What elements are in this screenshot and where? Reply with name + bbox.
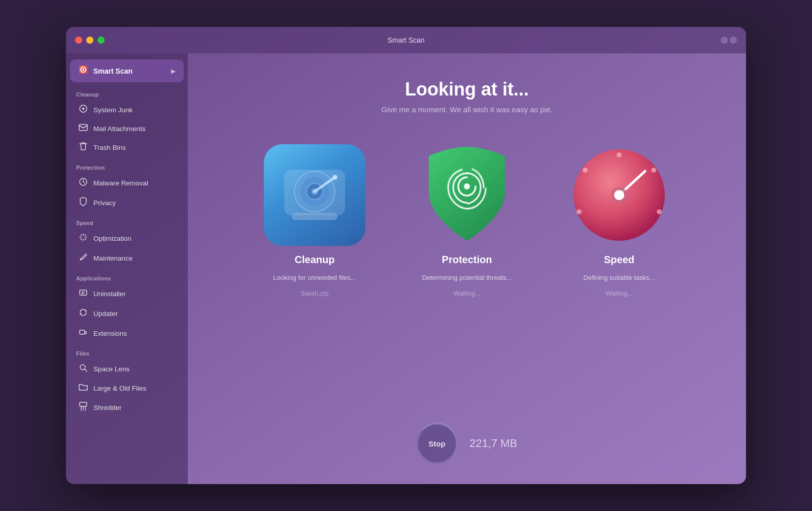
svg-point-20	[651, 168, 656, 173]
malware-removal-label: Malware Removal	[93, 179, 148, 187]
scan-size-label: 221,7 MB	[469, 437, 517, 450]
mail-attachments-label: Mail Attachments	[93, 125, 146, 133]
privacy-icon	[78, 197, 88, 208]
svg-rect-9	[80, 402, 87, 406]
cleanup-card-name: Cleanup	[295, 254, 335, 266]
protection-card: Protection Determining potential threats…	[401, 144, 533, 297]
main-content: Smart Scan ▶ Cleanup System Junk	[66, 53, 746, 484]
section-header-cleanup: Cleanup	[66, 84, 188, 100]
extensions-label: Extensions	[93, 330, 127, 337]
sidebar-item-malware-removal[interactable]: Malware Removal	[70, 173, 184, 193]
svg-point-19	[617, 152, 622, 157]
smart-scan-label: Smart Scan	[93, 67, 166, 75]
protection-icon-container	[416, 144, 518, 246]
extensions-icon	[78, 328, 88, 339]
svg-point-22	[583, 168, 588, 173]
stop-button-label: Stop	[428, 439, 445, 448]
privacy-label: Privacy	[93, 199, 116, 207]
sidebar-item-shredder[interactable]: Shredder	[70, 398, 184, 417]
large-old-files-icon	[78, 383, 88, 393]
sidebar-item-space-lens[interactable]: Space Lens	[70, 359, 184, 378]
trash-bins-icon	[78, 142, 88, 153]
sidebar-item-privacy[interactable]: Privacy	[70, 193, 184, 212]
titlebar: Smart Scan	[66, 27, 746, 53]
section-header-applications: Applications	[66, 268, 188, 283]
protection-card-detail: Waiting...	[453, 290, 481, 297]
svg-point-23	[577, 209, 582, 214]
speed-card-name: Speed	[604, 254, 634, 266]
svg-point-21	[657, 209, 662, 214]
section-header-protection: Protection	[66, 157, 188, 173]
minimize-button[interactable]	[86, 37, 93, 44]
svg-point-26	[614, 190, 624, 200]
svg-rect-7	[80, 330, 85, 334]
sidebar-item-mail-attachments[interactable]: Mail Attachments	[70, 120, 184, 137]
stop-button[interactable]: Stop	[417, 423, 457, 464]
sidebar-item-uninstaller[interactable]: Uninstaller	[70, 284, 184, 303]
sidebar: Smart Scan ▶ Cleanup System Junk	[66, 53, 188, 484]
maintenance-icon	[78, 252, 88, 264]
optimization-label: Optimization	[93, 235, 131, 242]
system-junk-label: System Junk	[93, 106, 132, 114]
content-area: Looking at it... Give me a moment. We al…	[188, 53, 746, 484]
protection-card-name: Protection	[442, 254, 492, 266]
sidebar-item-large-old-files[interactable]: Large & Old Files	[70, 379, 184, 397]
svg-rect-6	[80, 290, 87, 295]
cleanup-icon-container	[264, 144, 365, 246]
sidebar-item-smart-scan[interactable]: Smart Scan ▶	[70, 59, 184, 82]
speed-icon-container	[568, 144, 670, 246]
updater-label: Updater	[93, 310, 118, 317]
updater-icon	[78, 308, 88, 319]
svg-rect-16	[292, 213, 337, 220]
section-header-speed: Speed	[66, 213, 188, 228]
optimization-icon	[78, 233, 88, 244]
trash-bins-label: Trash Bins	[93, 144, 126, 151]
large-old-files-label: Large & Old Files	[93, 385, 146, 392]
speed-card-status: Defining suitable tasks...	[584, 274, 655, 281]
page-title: Looking at it...	[405, 79, 529, 100]
system-junk-icon	[78, 104, 88, 115]
protection-card-status: Determining potential threats...	[422, 274, 512, 281]
app-window: Smart Scan Smart Scan ▶ Clea	[66, 27, 746, 484]
speed-card-detail: Waiting...	[605, 290, 633, 297]
window-title: Smart Scan	[387, 36, 424, 44]
section-header-files: Files	[66, 343, 188, 359]
page-subtitle: Give me a moment. We all wish it was eas…	[381, 105, 552, 114]
cleanup-card: Cleanup Looking for unneeded files... Sw…	[249, 144, 381, 297]
shredder-icon	[78, 402, 88, 413]
cleanup-card-detail: Swish.zip	[301, 290, 329, 297]
sidebar-item-updater[interactable]: Updater	[70, 304, 184, 323]
uninstaller-icon	[78, 288, 88, 299]
maintenance-label: Maintenance	[93, 254, 132, 262]
stop-area: Stop 221,7 MB	[417, 423, 517, 464]
traffic-lights	[75, 37, 105, 44]
uninstaller-label: Uninstaller	[93, 290, 126, 298]
svg-point-15	[332, 175, 337, 180]
sidebar-item-optimization[interactable]: Optimization	[70, 229, 184, 248]
titlebar-controls	[721, 37, 737, 44]
smart-scan-icon	[78, 65, 88, 77]
sidebar-item-extensions[interactable]: Extensions	[70, 324, 184, 343]
cleanup-card-status: Looking for unneeded files...	[273, 274, 356, 281]
speed-card: Speed Defining suitable tasks... Waiting…	[553, 144, 685, 297]
smart-scan-arrow: ▶	[171, 68, 176, 75]
svg-rect-4	[79, 124, 87, 131]
sidebar-item-system-junk[interactable]: System Junk	[70, 100, 184, 119]
mail-attachments-icon	[78, 124, 88, 133]
scan-cards-row: Cleanup Looking for unneeded files... Sw…	[249, 144, 685, 297]
sidebar-item-trash-bins[interactable]: Trash Bins	[70, 138, 184, 157]
dot-button-2[interactable]	[730, 37, 737, 44]
dot-button-1[interactable]	[721, 37, 728, 44]
svg-point-2	[82, 69, 84, 71]
maximize-button[interactable]	[97, 37, 105, 44]
malware-removal-icon	[78, 177, 88, 188]
sidebar-item-maintenance[interactable]: Maintenance	[70, 248, 184, 268]
close-button[interactable]	[75, 37, 82, 44]
svg-point-17	[464, 183, 470, 189]
space-lens-icon	[78, 363, 88, 374]
shredder-label: Shredder	[93, 404, 122, 411]
space-lens-label: Space Lens	[93, 365, 129, 373]
